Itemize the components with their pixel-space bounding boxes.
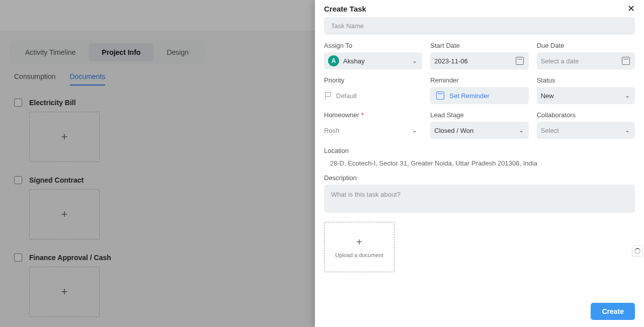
reminder-text: Set Reminder [449,92,489,100]
plus-icon: + [356,236,362,248]
tab-activity-timeline[interactable]: Activity Timeline [12,43,89,61]
loading-spinner-icon [632,246,643,257]
close-icon[interactable]: ✕ [627,4,635,13]
calendar-icon [436,92,444,100]
doc-title: Finance Approval / Cash [29,254,111,262]
homeowner-select[interactable]: Rosh ⌄ [324,122,422,139]
reminder-button[interactable]: Set Reminder [430,87,528,104]
homeowner-value: Rosh [324,127,339,134]
label-status: Status [537,76,635,84]
label-lead-stage: Lead Stage [430,111,528,119]
doc-title: Electricity Bill [29,99,76,107]
status-value: New [541,92,554,100]
drawer-title: Create Task [324,5,366,13]
label-homeowner: Homeowner * [324,111,422,119]
due-date-input[interactable]: Select a date [537,52,635,69]
tab-project-info[interactable]: Project Info [89,43,153,61]
label-start-date: Start Date [430,42,528,49]
priority-select[interactable]: Default [324,87,422,104]
lead-stage-select[interactable]: Closed / Won ⌄ [430,122,528,139]
plus-icon: + [61,208,68,221]
collaborators-value: Select [541,127,559,134]
tab-design[interactable]: Design [153,43,202,61]
upload-tile-finance[interactable]: + [29,267,100,317]
start-date-input[interactable]: 2023-11-06 [430,52,528,69]
chevron-down-icon: ⌄ [519,127,524,134]
label-location: Location [324,147,635,154]
chevron-down-icon: ⌄ [412,57,417,64]
label-assign-to: Assign To [324,42,422,49]
upload-document-tile[interactable]: + Upload a document [324,222,394,272]
chevron-down-icon: ⌄ [625,92,630,99]
calendar-icon [622,57,630,65]
sub-tab-documents[interactable]: Documents [70,72,106,86]
assign-to-select[interactable]: A Akshay ⌄ [324,52,422,69]
upload-tile-contract[interactable]: + [29,189,100,239]
main-tab-group: Activity Timeline Project Info Design [9,40,205,64]
priority-value: Default [336,92,357,100]
label-collaborators: Collaborators [537,111,635,119]
plus-icon: + [61,285,68,298]
location-value: 28-D, Ecotech-I, Sector 31, Greater Noid… [324,156,635,167]
description-input[interactable] [324,185,635,213]
flag-icon [324,92,332,100]
label-description: Description [324,174,635,182]
status-select[interactable]: New ⌄ [537,87,635,104]
checkbox-electricity[interactable] [14,99,22,107]
label-due-date: Due Date [537,42,635,49]
start-date-value: 2023-11-06 [434,57,468,65]
due-date-placeholder: Select a date [541,57,579,65]
assign-to-value: Akshay [343,57,365,65]
label-priority: Priority [324,76,422,84]
doc-title: Signed Contract [29,176,84,184]
chevron-down-icon: ⌄ [412,127,417,134]
upload-tile-electricity[interactable]: + [29,112,100,162]
calendar-icon [516,57,524,65]
sub-tab-consumption[interactable]: Consumption [14,72,56,86]
checkbox-finance[interactable] [14,254,22,262]
avatar: A [328,55,339,66]
collaborators-select[interactable]: Select ⌄ [537,122,635,139]
label-reminder: Reminder [430,76,528,84]
checkbox-contract[interactable] [14,176,22,184]
create-button[interactable]: Create [591,303,635,320]
plus-icon: + [61,130,68,143]
chevron-down-icon: ⌄ [625,127,630,134]
task-name-input[interactable] [324,17,635,35]
create-task-drawer: Create Task ✕ Assign To A Akshay ⌄ Start… [315,0,644,327]
upload-label: Upload a document [335,252,383,258]
lead-stage-value: Closed / Won [434,127,473,134]
